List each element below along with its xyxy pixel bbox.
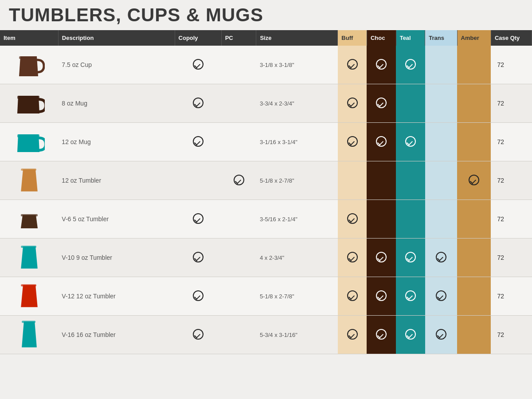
- table-row: V-12 12 oz Tumbler 5-1/8 x 2-7/8" 72: [0, 277, 532, 316]
- cell-desc-4: V-6 5 oz Tumbler: [58, 200, 175, 239]
- page-title: TUMBLERS, CUPS & MUGS: [0, 0, 532, 30]
- cell-item-6: [0, 277, 58, 316]
- col-header-amber: Amber: [457, 30, 491, 46]
- cell-choc-7: [367, 316, 396, 354]
- cell-size-0: 3-1/8 x 3-1/8": [256, 46, 338, 84]
- col-header-copoly: Copoly: [175, 30, 221, 46]
- cell-copoly-5: [175, 239, 221, 277]
- cell-buff-5: [338, 239, 367, 277]
- cell-pc-5: [221, 239, 256, 277]
- check-mark: [347, 59, 358, 70]
- check-mark: [193, 136, 203, 147]
- cell-case-4: 72: [491, 200, 532, 239]
- check-mark: [405, 136, 416, 147]
- check-mark: [376, 136, 387, 147]
- product-table: Item Description Copoly PC Size Buff Cho…: [0, 30, 532, 354]
- col-header-description: Description: [58, 30, 175, 46]
- svg-rect-7: [22, 321, 35, 323]
- table-row: 12 oz Tumbler 5-1/8 x 2-7/8" 72: [0, 161, 532, 200]
- check-mark: [347, 290, 358, 301]
- cell-trans-5: [425, 239, 457, 277]
- table-row: 8 oz Mug 3-3/4 x 2-3/4" 72: [0, 84, 532, 123]
- cell-desc-0: 7.5 oz Cup: [58, 46, 175, 84]
- cell-amber-5: [457, 239, 491, 277]
- col-header-teal: Teal: [396, 30, 425, 46]
- svg-rect-0: [19, 56, 37, 59]
- cell-trans-2: [425, 123, 457, 161]
- cell-case-5: 72: [491, 239, 532, 277]
- cell-amber-6: [457, 277, 491, 316]
- cell-size-3: 5-1/8 x 2-7/8": [256, 161, 338, 200]
- cell-amber-4: [457, 200, 491, 239]
- col-header-size: Size: [256, 30, 338, 46]
- check-mark: [376, 329, 387, 340]
- cell-buff-2: [338, 123, 367, 161]
- col-header-trans: Trans: [425, 30, 457, 46]
- cell-copoly-7: [175, 316, 221, 354]
- cell-buff-1: [338, 84, 367, 123]
- check-mark: [376, 59, 387, 70]
- cell-size-1: 3-3/4 x 2-3/4": [256, 84, 338, 123]
- check-mark: [376, 252, 387, 262]
- check-mark: [376, 98, 387, 108]
- cell-pc-2: [221, 123, 256, 161]
- cell-copoly-4: [175, 200, 221, 239]
- check-mark: [347, 136, 358, 147]
- cell-trans-4: [425, 200, 457, 239]
- check-mark: [405, 252, 416, 262]
- cell-size-2: 3-1/16 x 3-1/4": [256, 123, 338, 161]
- cell-choc-3: [367, 161, 396, 200]
- cell-pc-1: [221, 84, 256, 123]
- cell-amber-1: [457, 84, 491, 123]
- cell-teal-4: [396, 200, 425, 239]
- cell-case-6: 72: [491, 277, 532, 316]
- cell-desc-1: 8 oz Mug: [58, 84, 175, 123]
- cell-pc-4: [221, 200, 256, 239]
- cell-teal-5: [396, 239, 425, 277]
- cell-copoly-1: [175, 84, 221, 123]
- cell-desc-6: V-12 12 oz Tumbler: [58, 277, 175, 316]
- cell-size-5: 4 x 2-3/4": [256, 239, 338, 277]
- cell-choc-0: [367, 46, 396, 84]
- cell-teal-1: [396, 84, 425, 123]
- cell-pc-7: [221, 316, 256, 354]
- cell-case-0: 72: [491, 46, 532, 84]
- svg-rect-6: [21, 284, 36, 286]
- cell-copoly-6: [175, 277, 221, 316]
- cell-copoly-0: [175, 46, 221, 84]
- cell-buff-0: [338, 46, 367, 84]
- cell-item-1: [0, 84, 58, 123]
- check-mark: [405, 329, 416, 340]
- check-mark: [193, 98, 203, 108]
- check-mark: [193, 213, 203, 224]
- cell-amber-3: [457, 161, 491, 200]
- cell-teal-7: [396, 316, 425, 354]
- cell-buff-6: [338, 277, 367, 316]
- cell-amber-0: [457, 46, 491, 84]
- check-mark: [405, 290, 416, 301]
- col-header-buff: Buff: [338, 30, 367, 46]
- cell-pc-3: [221, 161, 256, 200]
- cell-buff-7: [338, 316, 367, 354]
- cell-trans-3: [425, 161, 457, 200]
- check-mark: [347, 329, 358, 340]
- table-row: V-10 9 oz Tumbler 4 x 2-3/4" 72: [0, 239, 532, 277]
- table-row: V-16 16 oz Tumbler 5-3/4 x 3-1/16" 72: [0, 316, 532, 354]
- cell-trans-6: [425, 277, 457, 316]
- cell-item-7: [0, 316, 58, 354]
- check-mark: [436, 252, 446, 262]
- cell-teal-2: [396, 123, 425, 161]
- cell-pc-6: [221, 277, 256, 316]
- cell-case-2: 72: [491, 123, 532, 161]
- cell-size-7: 5-3/4 x 3-1/16": [256, 316, 338, 354]
- table-row: 12 oz Mug 3-1/16 x 3-1/4" 72: [0, 123, 532, 161]
- check-mark: [347, 252, 358, 262]
- cell-amber-7: [457, 316, 491, 354]
- cell-buff-3: [338, 161, 367, 200]
- cell-case-1: 72: [491, 84, 532, 123]
- cell-case-3: 72: [491, 161, 532, 200]
- check-mark: [193, 329, 203, 340]
- cell-case-7: 72: [491, 316, 532, 354]
- cell-copoly-2: [175, 123, 221, 161]
- svg-rect-5: [21, 246, 36, 248]
